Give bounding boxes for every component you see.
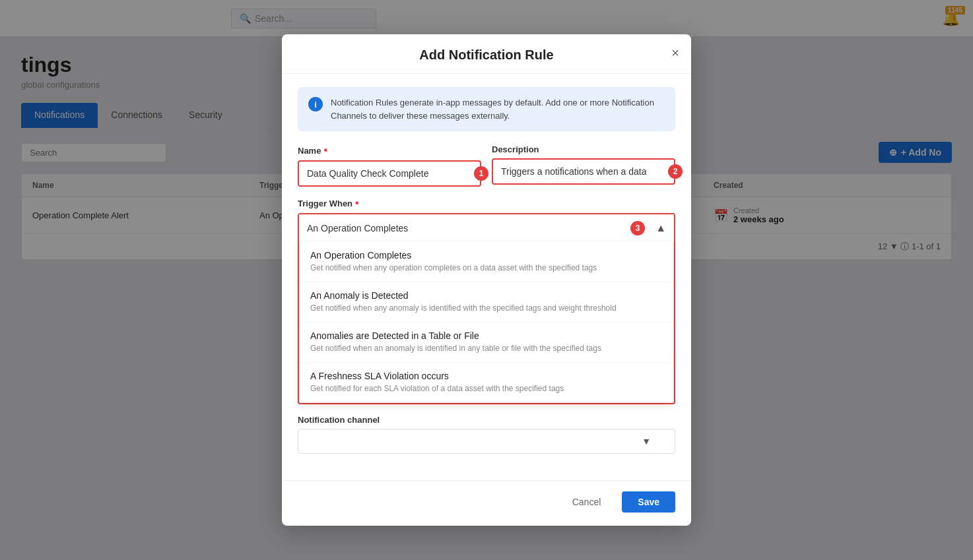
trigger-dropdown-options: An Operation Completes Get notified when… <box>299 242 674 402</box>
info-icon: i <box>308 97 323 111</box>
option-3-title: A Freshness SLA Violation occurs <box>310 371 663 381</box>
option-anomaly-detected[interactable]: An Anomaly is Detected Get notified when… <box>300 282 673 323</box>
description-step-badge: 2 <box>668 164 683 179</box>
name-group: Name • 1 <box>298 144 481 187</box>
name-step-badge: 1 <box>474 166 488 181</box>
description-label-text: Description <box>492 144 539 154</box>
description-group: Description 2 <box>492 144 675 187</box>
description-input-wrapper: 2 <box>492 158 675 185</box>
description-label: Description <box>492 144 675 154</box>
channel-chevron-icon: ▼ <box>642 436 651 447</box>
modal-overlay: Add Notification Rule × i Notification R… <box>0 0 973 560</box>
modal-title: Add Notification Rule <box>419 47 553 62</box>
trigger-selected-left: An Operation Completes <box>307 223 408 233</box>
option-2-desc: Get notified when an anomaly is identifi… <box>310 343 663 354</box>
name-description-row: Name • 1 Description 2 <box>298 144 675 187</box>
modal-footer: Cancel Save <box>282 480 691 526</box>
option-1-title: An Anomaly is Detected <box>310 290 663 301</box>
trigger-section: Trigger When • An Operation Completes 3 … <box>298 197 675 404</box>
trigger-step-badge: 3 <box>630 221 645 235</box>
add-notification-modal: Add Notification Rule × i Notification R… <box>282 34 691 525</box>
trigger-dropdown-toggle[interactable]: An Operation Completes 3 ▲ <box>299 214 674 242</box>
option-2-title: Anomalies are Detected in a Table or Fil… <box>310 330 663 341</box>
trigger-required: • <box>355 197 359 209</box>
channel-label: Notification channel <box>298 415 675 425</box>
option-3-desc: Get notified for each SLA violation of a… <box>310 383 663 394</box>
option-anomalies-table[interactable]: Anomalies are Detected in a Table or Fil… <box>300 323 673 363</box>
info-text: Notification Rules generate in-app messa… <box>331 96 665 122</box>
option-operation-completes[interactable]: An Operation Completes Get notified when… <box>300 242 673 282</box>
chevron-up-icon: ▲ <box>655 222 666 234</box>
name-input-wrapper: 1 <box>298 160 481 187</box>
info-banner: i Notification Rules generate in-app mes… <box>298 87 675 131</box>
channel-select[interactable]: ▼ <box>298 429 675 454</box>
save-button[interactable]: Save <box>622 491 675 513</box>
name-label-text: Name <box>298 146 321 156</box>
option-0-title: An Operation Completes <box>310 250 663 261</box>
description-input[interactable] <box>492 158 675 185</box>
name-required: • <box>323 144 327 156</box>
channel-section: Notification channel ▼ <box>298 415 675 454</box>
channel-select-wrapper: ▼ <box>298 429 675 454</box>
option-0-desc: Get notified when any operation complete… <box>310 263 663 274</box>
trigger-selected-text: An Operation Completes <box>307 223 408 233</box>
trigger-label-text: Trigger When <box>298 199 352 208</box>
modal-close-button[interactable]: × <box>671 46 679 59</box>
modal-header: Add Notification Rule × <box>282 34 691 74</box>
option-freshness-sla[interactable]: A Freshness SLA Violation occurs Get not… <box>300 363 673 402</box>
modal-body: i Notification Rules generate in-app mes… <box>282 74 691 480</box>
cancel-button[interactable]: Cancel <box>559 491 615 513</box>
trigger-label: Trigger When • <box>298 197 675 209</box>
trigger-select-wrapper: An Operation Completes 3 ▲ An Operation … <box>298 213 675 404</box>
name-label: Name • <box>298 144 481 156</box>
option-1-desc: Get notified when any anomaly is identif… <box>310 303 663 314</box>
trigger-right: 3 ▲ <box>626 221 666 235</box>
name-input[interactable] <box>298 160 481 187</box>
